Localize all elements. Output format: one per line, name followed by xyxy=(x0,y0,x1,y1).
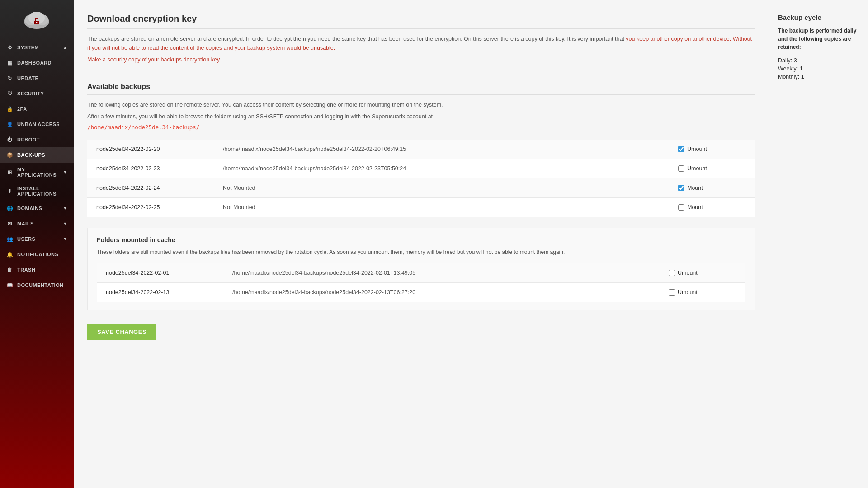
sidebar-item-my-applications[interactable]: ⊞ MY APPLICATIONS ▼ xyxy=(0,163,74,182)
backup-checkbox[interactable] xyxy=(678,146,684,152)
mails-chevron: ▼ xyxy=(63,221,67,226)
sidebar-item-unban[interactable]: 👤 UNBAN ACCESS xyxy=(0,117,74,132)
backup-path: /home/maadix/node25del34-backups/node25d… xyxy=(223,146,678,152)
backups-icon: 📦 xyxy=(6,151,14,159)
sidebar-item-reboot[interactable]: ⏻ REBOOT xyxy=(0,132,74,147)
backup-action-label: Umount xyxy=(687,165,707,172)
page-title: Download encryption key xyxy=(87,14,755,29)
unban-icon: 👤 xyxy=(6,121,14,128)
available-backups-desc-1: The following copies are stored on the r… xyxy=(87,100,755,109)
available-backups-desc-2: After a few minutes, you will be able to… xyxy=(87,112,755,121)
users-icon: 👥 xyxy=(6,235,14,243)
apps-icon: ⊞ xyxy=(6,169,14,176)
install-icon: ⬇ xyxy=(6,188,14,195)
reboot-icon: ⏻ xyxy=(6,136,14,143)
apps-chevron: ▼ xyxy=(63,170,67,174)
cached-folder-action-label: Umount xyxy=(678,289,698,296)
backup-path: /home/maadix/node25del34-backups/node25d… xyxy=(223,165,678,172)
backup-row: node25del34-2022-02-20/home/maadix/node2… xyxy=(87,140,755,159)
users-chevron: ▼ xyxy=(63,237,67,241)
backup-name: node25del34-2022-02-25 xyxy=(96,204,223,211)
security-icon: 🛡 xyxy=(6,90,14,97)
backup-path: Not Mounted xyxy=(223,185,678,191)
backup-checkbox[interactable] xyxy=(678,165,684,172)
backup-action-label: Umount xyxy=(687,146,707,152)
sidebar-item-users[interactable]: 👥 USERS ▼ xyxy=(0,231,74,247)
dashboard-icon: ▦ xyxy=(6,59,14,66)
backup-name: node25del34-2022-02-23 xyxy=(96,165,223,172)
backup-checkbox[interactable] xyxy=(678,204,684,211)
sidebar-item-dashboard[interactable]: ▦ DASHBOARD xyxy=(0,55,74,70)
logo-area xyxy=(0,0,74,40)
svg-point-5 xyxy=(36,22,38,23)
cached-folder-checkbox[interactable] xyxy=(669,270,675,276)
backup-action: Umount xyxy=(678,165,746,172)
backup-path: Not Mounted xyxy=(223,204,678,211)
system-chevron: ▲ xyxy=(63,45,67,50)
update-icon: ↻ xyxy=(6,75,14,82)
folders-in-cache-title: Folders mounted in cache xyxy=(97,236,745,244)
main-content: Download encryption key The backups are … xyxy=(74,0,868,488)
sidebar-item-documentation[interactable]: 📖 DOCUMENTATION xyxy=(0,277,74,293)
mails-icon: ✉ xyxy=(6,220,14,227)
daily-item: Daily: 3 xyxy=(778,57,859,64)
backup-cycle-desc: The backup is performed daily and the fo… xyxy=(778,27,859,51)
cached-folders-list: node25del34-2022-02-01/home/maadix/node2… xyxy=(97,263,745,302)
sidebar-item-security[interactable]: 🛡 SECURITY xyxy=(0,86,74,101)
cached-folder-path: /home/maadix/node25del34-backups/node25d… xyxy=(232,289,669,296)
cached-folder-checkbox[interactable] xyxy=(669,289,675,296)
sidebar-item-2fa[interactable]: 🔒 2FA xyxy=(0,101,74,117)
sidebar-item-backups[interactable]: 📦 BACK-UPS xyxy=(0,147,74,163)
backup-base-path: /home/maadix/node25del34-backups/ xyxy=(87,124,755,131)
right-sidebar: Backup cycle The backup is performed dai… xyxy=(769,0,868,488)
docs-icon: 📖 xyxy=(6,282,14,289)
highlight-1: you keep another copy on another device. xyxy=(626,36,731,42)
backup-action-label: Mount xyxy=(687,185,703,191)
cached-folder-action: Umount xyxy=(669,270,736,276)
system-icon: ⚙ xyxy=(6,44,14,51)
folders-in-cache-desc: These folders are still mounted even if … xyxy=(97,248,745,256)
sidebar-item-mails[interactable]: ✉ MAILS ▼ xyxy=(0,216,74,231)
security-link[interactable]: Make a security copy of your backups dec… xyxy=(87,56,220,63)
content-area: Download encryption key The backups are … xyxy=(74,0,769,488)
cached-folder-action: Umount xyxy=(669,289,736,296)
sidebar-item-notifications[interactable]: 🔔 NOTIFICATIONS xyxy=(0,247,74,262)
cached-folder-action-label: Umount xyxy=(678,270,698,276)
backup-action: Mount xyxy=(678,185,746,191)
backup-cycle-title: Backup cycle xyxy=(778,14,859,21)
cached-folder-name: node25del34-2022-02-01 xyxy=(106,270,232,276)
backup-row: node25del34-2022-02-23/home/maadix/node2… xyxy=(87,159,755,178)
cached-folder-row: node25del34-2022-02-13/home/maadix/node2… xyxy=(97,283,745,302)
notifications-icon: 🔔 xyxy=(6,251,14,258)
backup-name: node25del34-2022-02-20 xyxy=(96,146,223,152)
available-backups-title: Available backups xyxy=(87,83,755,95)
cached-folder-row: node25del34-2022-02-01/home/maadix/node2… xyxy=(97,263,745,283)
backups-list: node25del34-2022-02-20/home/maadix/node2… xyxy=(87,140,755,217)
sidebar: ⚙ SYSTEM ▲ ▦ DASHBOARD ↻ UPDATE 🛡 SECURI… xyxy=(0,0,74,488)
cached-folder-name: node25del34-2022-02-13 xyxy=(106,289,232,296)
backup-row: node25del34-2022-02-25Not MountedMount xyxy=(87,198,755,217)
sidebar-item-install[interactable]: ⬇ INSTALL APPLICATIONS xyxy=(0,182,74,201)
backup-action: Umount xyxy=(678,146,746,152)
backup-row: node25del34-2022-02-24Not MountedMount xyxy=(87,178,755,198)
domains-chevron: ▼ xyxy=(63,206,67,211)
sidebar-item-update[interactable]: ↻ UPDATE xyxy=(0,70,74,86)
trash-icon: 🗑 xyxy=(6,266,14,273)
cached-folder-path: /home/maadix/node25del34-backups/node25d… xyxy=(232,270,669,276)
backup-action-label: Mount xyxy=(687,204,703,211)
backup-action: Mount xyxy=(678,204,746,211)
domains-icon: 🌐 xyxy=(6,205,14,212)
nav-system-header: ⚙ SYSTEM ▲ xyxy=(0,40,74,55)
sidebar-item-trash[interactable]: 🗑 TRASH xyxy=(0,262,74,277)
app-logo xyxy=(22,8,52,32)
backup-checkbox[interactable] xyxy=(678,185,684,191)
weekly-item: Weekly: 1 xyxy=(778,66,859,72)
sidebar-item-domains[interactable]: 🌐 DOMAINS ▼ xyxy=(0,201,74,216)
monthly-item: Monthly: 1 xyxy=(778,74,859,80)
folders-in-cache-section: Folders mounted in cache These folders a… xyxy=(87,228,755,310)
description-text-1: The backups are stored on a remote serve… xyxy=(87,34,755,52)
backup-name: node25del34-2022-02-24 xyxy=(96,185,223,191)
2fa-icon: 🔒 xyxy=(6,105,14,113)
save-changes-button[interactable]: SAVE CHANGES xyxy=(87,324,156,340)
